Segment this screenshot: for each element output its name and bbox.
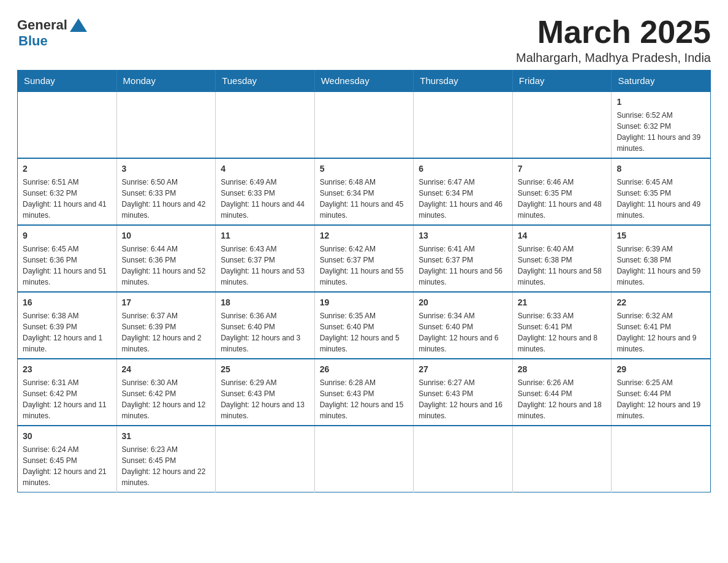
day-number: 20	[419, 296, 507, 309]
calendar-day-cell	[314, 91, 414, 158]
calendar-day-cell: 23Sunrise: 6:31 AMSunset: 6:42 PMDayligh…	[18, 359, 117, 426]
day-number: 10	[122, 229, 211, 242]
day-info: Sunrise: 6:38 AMSunset: 6:39 PMDaylight:…	[23, 310, 112, 354]
day-number: 28	[518, 363, 607, 376]
day-info: Sunrise: 6:52 AMSunset: 6:32 PMDaylight:…	[616, 110, 705, 154]
calendar-day-header: Sunday	[18, 71, 117, 92]
day-info: Sunrise: 6:29 AMSunset: 6:43 PMDaylight:…	[221, 377, 309, 421]
day-number: 9	[23, 229, 112, 242]
day-info: Sunrise: 6:27 AMSunset: 6:43 PMDaylight:…	[419, 377, 507, 421]
day-info: Sunrise: 6:32 AMSunset: 6:41 PMDaylight:…	[616, 310, 705, 354]
day-number: 11	[221, 229, 309, 242]
calendar-day-cell	[512, 91, 612, 158]
calendar-day-header: Saturday	[612, 71, 711, 92]
day-info: Sunrise: 6:33 AMSunset: 6:41 PMDaylight:…	[518, 310, 607, 354]
calendar-day-cell: 10Sunrise: 6:44 AMSunset: 6:36 PMDayligh…	[116, 225, 216, 292]
day-info: Sunrise: 6:36 AMSunset: 6:40 PMDaylight:…	[221, 310, 309, 354]
day-number: 31	[122, 430, 211, 443]
calendar-week-row: 30Sunrise: 6:24 AMSunset: 6:45 PMDayligh…	[18, 426, 711, 492]
day-info: Sunrise: 6:44 AMSunset: 6:36 PMDaylight:…	[122, 243, 211, 288]
day-number: 3	[122, 163, 211, 175]
calendar-day-cell: 6Sunrise: 6:47 AMSunset: 6:34 PMDaylight…	[414, 158, 513, 225]
day-info: Sunrise: 6:26 AMSunset: 6:44 PMDaylight:…	[518, 377, 607, 421]
calendar-day-cell: 27Sunrise: 6:27 AMSunset: 6:43 PMDayligh…	[414, 359, 513, 426]
calendar-day-cell: 18Sunrise: 6:36 AMSunset: 6:40 PMDayligh…	[216, 292, 315, 359]
calendar-day-cell: 4Sunrise: 6:49 AMSunset: 6:33 PMDaylight…	[216, 158, 315, 225]
day-info: Sunrise: 6:46 AMSunset: 6:35 PMDaylight:…	[518, 177, 607, 221]
day-number: 25	[221, 363, 309, 376]
day-number: 14	[518, 229, 607, 242]
day-number: 4	[221, 163, 309, 175]
calendar-day-cell: 22Sunrise: 6:32 AMSunset: 6:41 PMDayligh…	[612, 292, 711, 359]
calendar-day-cell: 30Sunrise: 6:24 AMSunset: 6:45 PMDayligh…	[18, 426, 117, 492]
calendar-day-cell	[414, 426, 513, 492]
calendar-day-cell	[512, 426, 612, 492]
day-number: 18	[221, 296, 309, 309]
logo-triangle-icon	[70, 18, 87, 32]
calendar-day-cell: 31Sunrise: 6:23 AMSunset: 6:45 PMDayligh…	[116, 426, 216, 492]
day-info: Sunrise: 6:41 AMSunset: 6:37 PMDaylight:…	[419, 243, 507, 288]
day-info: Sunrise: 6:37 AMSunset: 6:39 PMDaylight:…	[122, 310, 211, 354]
day-info: Sunrise: 6:34 AMSunset: 6:40 PMDaylight:…	[419, 310, 507, 354]
page-header: General Blue March 2025 Malhargarh, Madh…	[17, 15, 711, 65]
day-number: 1	[616, 96, 705, 109]
day-number: 7	[518, 163, 607, 175]
calendar-day-cell: 13Sunrise: 6:41 AMSunset: 6:37 PMDayligh…	[414, 225, 513, 292]
calendar-week-row: 1Sunrise: 6:52 AMSunset: 6:32 PMDaylight…	[18, 91, 711, 158]
day-number: 6	[419, 163, 507, 175]
calendar-day-cell: 12Sunrise: 6:42 AMSunset: 6:37 PMDayligh…	[314, 225, 414, 292]
day-number: 8	[616, 163, 705, 175]
calendar-day-cell: 17Sunrise: 6:37 AMSunset: 6:39 PMDayligh…	[116, 292, 216, 359]
day-number: 13	[419, 229, 507, 242]
day-info: Sunrise: 6:43 AMSunset: 6:37 PMDaylight:…	[221, 243, 309, 288]
calendar-day-cell	[216, 426, 315, 492]
calendar-day-cell: 7Sunrise: 6:46 AMSunset: 6:35 PMDaylight…	[512, 158, 612, 225]
calendar-day-cell	[314, 426, 414, 492]
day-info: Sunrise: 6:42 AMSunset: 6:37 PMDaylight:…	[320, 243, 409, 288]
day-info: Sunrise: 6:30 AMSunset: 6:42 PMDaylight:…	[122, 377, 211, 421]
day-number: 26	[320, 363, 409, 376]
calendar-day-cell: 8Sunrise: 6:45 AMSunset: 6:35 PMDaylight…	[612, 158, 711, 225]
calendar-day-cell	[216, 91, 315, 158]
day-info: Sunrise: 6:51 AMSunset: 6:32 PMDaylight:…	[23, 177, 112, 221]
calendar-day-header: Wednesday	[314, 71, 414, 92]
day-info: Sunrise: 6:45 AMSunset: 6:36 PMDaylight:…	[23, 243, 112, 288]
day-number: 21	[518, 296, 607, 309]
location-subtitle: Malhargarh, Madhya Pradesh, India	[516, 51, 711, 65]
calendar-day-cell: 21Sunrise: 6:33 AMSunset: 6:41 PMDayligh…	[512, 292, 612, 359]
day-info: Sunrise: 6:25 AMSunset: 6:44 PMDaylight:…	[616, 377, 705, 421]
calendar-day-cell: 2Sunrise: 6:51 AMSunset: 6:32 PMDaylight…	[18, 158, 117, 225]
day-info: Sunrise: 6:48 AMSunset: 6:34 PMDaylight:…	[320, 177, 409, 221]
day-info: Sunrise: 6:23 AMSunset: 6:45 PMDaylight:…	[122, 444, 211, 488]
day-info: Sunrise: 6:31 AMSunset: 6:42 PMDaylight:…	[23, 377, 112, 421]
calendar-day-cell: 9Sunrise: 6:45 AMSunset: 6:36 PMDaylight…	[18, 225, 117, 292]
calendar-day-cell: 29Sunrise: 6:25 AMSunset: 6:44 PMDayligh…	[612, 359, 711, 426]
day-info: Sunrise: 6:40 AMSunset: 6:38 PMDaylight:…	[518, 243, 607, 288]
calendar-day-header: Monday	[116, 71, 216, 92]
calendar-day-cell: 20Sunrise: 6:34 AMSunset: 6:40 PMDayligh…	[414, 292, 513, 359]
calendar-day-cell: 3Sunrise: 6:50 AMSunset: 6:33 PMDaylight…	[116, 158, 216, 225]
day-info: Sunrise: 6:28 AMSunset: 6:43 PMDaylight:…	[320, 377, 409, 421]
logo-blue-text: Blue	[18, 33, 48, 49]
day-number: 5	[320, 163, 409, 175]
calendar-table: SundayMondayTuesdayWednesdayThursdayFrid…	[17, 70, 711, 492]
day-number: 23	[23, 363, 112, 376]
day-number: 27	[419, 363, 507, 376]
calendar-day-cell: 28Sunrise: 6:26 AMSunset: 6:44 PMDayligh…	[512, 359, 612, 426]
day-number: 15	[616, 229, 705, 242]
day-number: 30	[23, 430, 112, 443]
day-info: Sunrise: 6:35 AMSunset: 6:40 PMDaylight:…	[320, 310, 409, 354]
month-year-title: March 2025	[516, 15, 711, 50]
day-number: 17	[122, 296, 211, 309]
day-number: 29	[616, 363, 705, 376]
title-section: March 2025 Malhargarh, Madhya Pradesh, I…	[516, 15, 711, 65]
calendar-day-cell: 15Sunrise: 6:39 AMSunset: 6:38 PMDayligh…	[612, 225, 711, 292]
calendar-header-row: SundayMondayTuesdayWednesdayThursdayFrid…	[18, 71, 711, 92]
day-number: 16	[23, 296, 112, 309]
calendar-day-header: Friday	[512, 71, 612, 92]
calendar-day-header: Tuesday	[216, 71, 315, 92]
logo-general-text: General	[17, 17, 67, 33]
calendar-day-cell	[116, 91, 216, 158]
day-info: Sunrise: 6:45 AMSunset: 6:35 PMDaylight:…	[616, 177, 705, 221]
calendar-week-row: 16Sunrise: 6:38 AMSunset: 6:39 PMDayligh…	[18, 292, 711, 359]
